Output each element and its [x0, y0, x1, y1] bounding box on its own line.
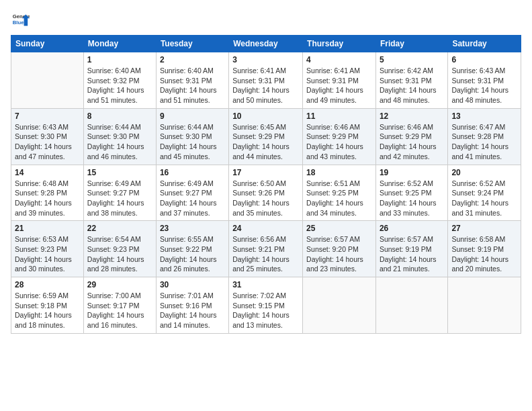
day-number: 28 [15, 280, 80, 289]
calendar-day-cell: 14Sunrise: 6:48 AM Sunset: 9:28 PM Dayli… [11, 165, 84, 221]
day-info: Sunrise: 6:41 AM Sunset: 9:31 PM Dayligh… [306, 66, 372, 105]
day-info: Sunrise: 6:57 AM Sunset: 9:19 PM Dayligh… [380, 234, 444, 274]
calendar-day-cell: 31Sunrise: 7:02 AM Sunset: 9:15 PM Dayli… [229, 277, 303, 334]
day-number: 23 [160, 224, 225, 233]
calendar-day-cell: 1Sunrise: 6:40 AM Sunset: 9:32 PM Daylig… [83, 52, 156, 109]
calendar-table: SundayMondayTuesdayWednesdayThursdayFrid… [11, 35, 521, 334]
calendar-day-cell: 26Sunrise: 6:57 AM Sunset: 9:19 PM Dayli… [375, 221, 447, 277]
day-info: Sunrise: 6:43 AM Sunset: 9:31 PM Dayligh… [451, 66, 517, 105]
weekday-header-thursday: Thursday [303, 36, 376, 52]
page-header: General Blue [11, 11, 521, 30]
calendar-day-cell: 15Sunrise: 6:49 AM Sunset: 9:27 PM Dayli… [83, 165, 156, 221]
calendar-day-cell: 8Sunrise: 6:44 AM Sunset: 9:30 PM Daylig… [83, 108, 156, 165]
day-info: Sunrise: 7:02 AM Sunset: 9:15 PM Dayligh… [232, 291, 299, 330]
day-number: 11 [306, 111, 372, 121]
day-info: Sunrise: 6:41 AM Sunset: 9:31 PM Dayligh… [232, 66, 299, 105]
calendar-day-cell: 5Sunrise: 6:42 AM Sunset: 9:31 PM Daylig… [375, 52, 447, 109]
day-info: Sunrise: 6:52 AM Sunset: 9:25 PM Dayligh… [380, 179, 444, 218]
day-number: 8 [87, 111, 152, 121]
calendar-day-cell: 6Sunrise: 6:43 AM Sunset: 9:31 PM Daylig… [448, 52, 521, 109]
weekday-header-friday: Friday [375, 36, 447, 52]
calendar-day-cell: 9Sunrise: 6:44 AM Sunset: 9:30 PM Daylig… [156, 108, 228, 165]
day-number: 9 [160, 111, 225, 121]
calendar-day-cell: 7Sunrise: 6:43 AM Sunset: 9:30 PM Daylig… [11, 108, 84, 165]
day-info: Sunrise: 6:43 AM Sunset: 9:30 PM Dayligh… [15, 122, 80, 162]
day-number: 27 [451, 224, 517, 233]
calendar-day-cell: 29Sunrise: 7:00 AM Sunset: 9:17 PM Dayli… [83, 277, 156, 334]
day-number: 13 [451, 111, 517, 121]
day-number: 7 [15, 111, 80, 121]
weekday-header-sunday: Sunday [11, 36, 84, 52]
day-number: 21 [15, 224, 80, 233]
weekday-header-wednesday: Wednesday [229, 36, 303, 52]
day-info: Sunrise: 6:55 AM Sunset: 9:22 PM Dayligh… [160, 234, 225, 274]
day-info: Sunrise: 6:49 AM Sunset: 9:27 PM Dayligh… [160, 179, 225, 218]
day-info: Sunrise: 6:59 AM Sunset: 9:18 PM Dayligh… [15, 291, 80, 330]
day-info: Sunrise: 6:40 AM Sunset: 9:31 PM Dayligh… [160, 66, 225, 105]
calendar-day-cell: 2Sunrise: 6:40 AM Sunset: 9:31 PM Daylig… [156, 52, 228, 109]
calendar-week-row: 14Sunrise: 6:48 AM Sunset: 9:28 PM Dayli… [11, 165, 521, 221]
calendar-day-cell: 13Sunrise: 6:47 AM Sunset: 9:28 PM Dayli… [448, 108, 521, 165]
day-number: 14 [15, 168, 80, 177]
calendar-day-cell: 4Sunrise: 6:41 AM Sunset: 9:31 PM Daylig… [303, 52, 376, 109]
day-info: Sunrise: 6:56 AM Sunset: 9:21 PM Dayligh… [232, 234, 299, 274]
calendar-day-cell [11, 52, 84, 109]
day-info: Sunrise: 6:49 AM Sunset: 9:27 PM Dayligh… [87, 179, 152, 218]
day-info: Sunrise: 7:01 AM Sunset: 9:16 PM Dayligh… [160, 291, 225, 330]
calendar-day-cell: 10Sunrise: 6:45 AM Sunset: 9:29 PM Dayli… [229, 108, 303, 165]
day-info: Sunrise: 6:45 AM Sunset: 9:29 PM Dayligh… [232, 122, 299, 162]
day-info: Sunrise: 6:58 AM Sunset: 9:19 PM Dayligh… [451, 234, 517, 274]
calendar-week-row: 28Sunrise: 6:59 AM Sunset: 9:18 PM Dayli… [11, 277, 521, 334]
logo: General Blue [11, 11, 30, 30]
calendar-day-cell: 27Sunrise: 6:58 AM Sunset: 9:19 PM Dayli… [448, 221, 521, 277]
calendar-day-cell: 25Sunrise: 6:57 AM Sunset: 9:20 PM Dayli… [303, 221, 376, 277]
calendar-day-cell: 23Sunrise: 6:55 AM Sunset: 9:22 PM Dayli… [156, 221, 228, 277]
calendar-day-cell: 30Sunrise: 7:01 AM Sunset: 9:16 PM Dayli… [156, 277, 228, 334]
day-info: Sunrise: 6:42 AM Sunset: 9:31 PM Dayligh… [380, 66, 444, 105]
day-number: 24 [232, 224, 299, 233]
calendar-day-cell [303, 277, 376, 334]
day-number: 17 [232, 168, 299, 177]
calendar-header-row: SundayMondayTuesdayWednesdayThursdayFrid… [11, 36, 521, 52]
day-number: 4 [306, 55, 372, 64]
day-number: 3 [232, 55, 299, 64]
calendar-week-row: 1Sunrise: 6:40 AM Sunset: 9:32 PM Daylig… [11, 52, 521, 109]
day-info: Sunrise: 6:54 AM Sunset: 9:23 PM Dayligh… [87, 234, 152, 274]
day-info: Sunrise: 6:57 AM Sunset: 9:20 PM Dayligh… [306, 234, 372, 274]
day-info: Sunrise: 6:44 AM Sunset: 9:30 PM Dayligh… [160, 122, 225, 162]
day-number: 22 [87, 224, 152, 233]
day-number: 25 [306, 224, 372, 233]
calendar-week-row: 7Sunrise: 6:43 AM Sunset: 9:30 PM Daylig… [11, 108, 521, 165]
day-info: Sunrise: 6:46 AM Sunset: 9:29 PM Dayligh… [306, 122, 372, 162]
calendar-day-cell: 20Sunrise: 6:52 AM Sunset: 9:24 PM Dayli… [448, 165, 521, 221]
day-number: 31 [232, 280, 299, 289]
day-info: Sunrise: 6:52 AM Sunset: 9:24 PM Dayligh… [451, 179, 517, 218]
day-info: Sunrise: 6:48 AM Sunset: 9:28 PM Dayligh… [15, 179, 80, 218]
day-info: Sunrise: 6:46 AM Sunset: 9:29 PM Dayligh… [380, 122, 444, 162]
calendar-week-row: 21Sunrise: 6:53 AM Sunset: 9:23 PM Dayli… [11, 221, 521, 277]
weekday-header-saturday: Saturday [448, 36, 521, 52]
calendar-day-cell: 3Sunrise: 6:41 AM Sunset: 9:31 PM Daylig… [229, 52, 303, 109]
calendar-day-cell: 11Sunrise: 6:46 AM Sunset: 9:29 PM Dayli… [303, 108, 376, 165]
day-number: 5 [380, 55, 444, 64]
calendar-day-cell: 22Sunrise: 6:54 AM Sunset: 9:23 PM Dayli… [83, 221, 156, 277]
day-info: Sunrise: 6:51 AM Sunset: 9:25 PM Dayligh… [306, 179, 372, 218]
calendar-day-cell: 19Sunrise: 6:52 AM Sunset: 9:25 PM Dayli… [375, 165, 447, 221]
calendar-day-cell: 24Sunrise: 6:56 AM Sunset: 9:21 PM Dayli… [229, 221, 303, 277]
day-number: 15 [87, 168, 152, 177]
day-info: Sunrise: 6:40 AM Sunset: 9:32 PM Dayligh… [87, 66, 152, 105]
day-info: Sunrise: 6:53 AM Sunset: 9:23 PM Dayligh… [15, 234, 80, 274]
day-number: 30 [160, 280, 225, 289]
day-info: Sunrise: 6:50 AM Sunset: 9:26 PM Dayligh… [232, 179, 299, 218]
calendar-day-cell [448, 277, 521, 334]
weekday-header-monday: Monday [83, 36, 156, 52]
day-info: Sunrise: 6:44 AM Sunset: 9:30 PM Dayligh… [87, 122, 152, 162]
day-number: 1 [87, 55, 152, 64]
day-number: 16 [160, 168, 225, 177]
day-number: 19 [380, 168, 444, 177]
day-number: 18 [306, 168, 372, 177]
svg-text:Blue: Blue [13, 19, 24, 26]
calendar-day-cell: 28Sunrise: 6:59 AM Sunset: 9:18 PM Dayli… [11, 277, 84, 334]
weekday-header-tuesday: Tuesday [156, 36, 228, 52]
calendar-day-cell: 17Sunrise: 6:50 AM Sunset: 9:26 PM Dayli… [229, 165, 303, 221]
